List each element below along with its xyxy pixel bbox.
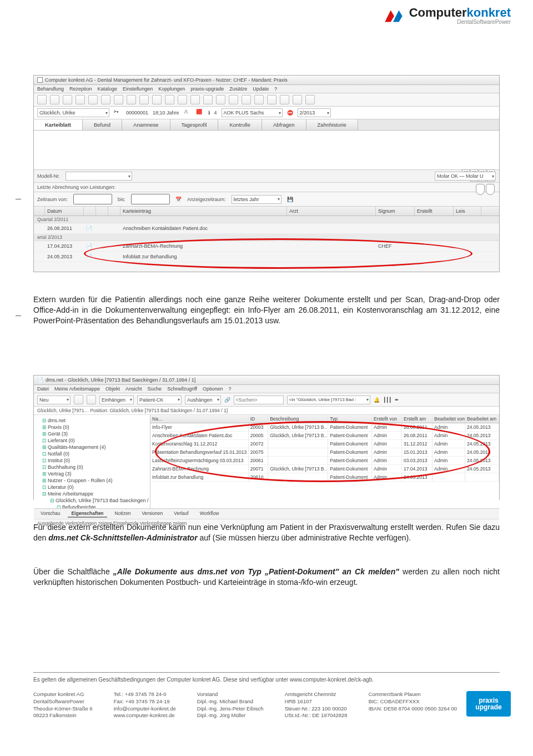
menu-item[interactable]: ? [229,386,232,392]
bell-icon[interactable]: 🔔 [374,397,380,403]
toolbar-icon[interactable] [178,95,187,104]
list-col-header[interactable]: ID [249,415,268,423]
menu-item[interactable]: Kataloge [98,86,118,92]
tree-item[interactable]: ⊞Qualitäts-Management (4) [42,444,147,450]
search-scope-combo[interactable]: <in "Glücklich, Ulrike [79713 Bad : [287,395,370,404]
detail-tab[interactable]: Versionen [138,510,166,518]
menu-item[interactable]: Behandlung [37,86,64,92]
menu-item[interactable]: Objekt [105,386,120,392]
toolbar-icon[interactable] [114,95,123,104]
list-col-header[interactable]: Na… [150,415,249,423]
toolbar-icon[interactable] [242,95,251,104]
toolbar-icon[interactable] [101,95,110,104]
table-row[interactable]: 24.05.2013📄Infoblatt zur Behandlung [34,252,499,262]
detail-tab[interactable]: Eigenschaften [68,510,107,518]
menu-item[interactable]: Ansicht [125,386,142,392]
detail-tab[interactable]: Notizen [112,510,134,518]
grid-col-header[interactable] [34,207,45,216]
folder-tree[interactable]: ⊟dms.net⊞Praxis (0)⊞Gerät (3)⊡Lieferant … [34,415,150,508]
period-combo[interactable]: 2/2013 [298,108,331,117]
detail-tab[interactable]: Verlauf [170,510,192,518]
tree-item[interactable]: ⊡Institut (0) [42,457,147,464]
toolbar-icon[interactable] [88,95,98,104]
calendar-icon[interactable]: 📅 [175,197,182,202]
menu-item[interactable]: Kopplungen [158,86,185,92]
toolbar-icon[interactable] [76,95,85,104]
barcode-icon[interactable]: ┃┃┃ [383,397,391,403]
signature-icon[interactable]: ✒ [395,397,399,403]
zeitraum-von-input[interactable] [73,194,112,204]
list-col-header[interactable]: Bearbeitet am [465,415,499,423]
tab-abfragen[interactable]: Abfragen [262,119,306,130]
menu-item[interactable]: Rezeption [69,86,92,92]
tree-item[interactable]: ⊞Gerät (3) [42,430,147,437]
list-item[interactable]: Präsentation Behandlungsverlauf 15.01.20… [150,448,499,457]
menu-item[interactable]: Update [253,86,269,92]
insurance-combo[interactable]: AOK PLUS Sachs [222,108,283,117]
grid-col-header[interactable] [84,207,96,216]
tab-zahnhistorie[interactable]: Zahnhistorie [306,119,358,130]
detail-tab[interactable]: Workflow [197,510,223,518]
toolbar-icon[interactable] [305,95,315,104]
list-item[interactable]: Infoblatt zur Behandlung20610Patient-Dok… [150,473,499,482]
grid-col-header[interactable]: Signum [376,207,415,216]
context-combo[interactable]: Patient-CK [137,395,182,404]
search-input[interactable] [234,395,284,404]
toolbar-icon[interactable] [280,95,289,104]
toolbar-icon[interactable] [203,95,213,104]
menu-item[interactable]: Schnellzugriff [167,386,197,392]
molar-combo[interactable]: Molar OK — Molar U [435,172,496,181]
patient-name-combo[interactable]: Glücklich, Ulrike [37,108,109,117]
list-col-header[interactable]: Erstellt von [372,415,402,423]
save-icon[interactable]: 💾 [287,197,293,202]
detail-tab[interactable]: Vorschau [37,510,63,518]
tab-befund[interactable]: Befund [83,119,122,130]
list-col-header[interactable]: Erstellt am [402,415,433,423]
anzeige-combo[interactable]: letztes Jahr [232,195,281,204]
list-item[interactable]: Info-Flyer20003Glücklich, Ulrike [79713 … [150,423,499,432]
toolbar-icon[interactable] [37,95,47,104]
toolbar-icon[interactable] [74,395,83,404]
einhaengen-button[interactable]: Einhängen [99,395,134,404]
grid-col-header[interactable]: Erstellt [415,207,454,216]
menu-item[interactable]: Einstellungen [123,86,153,92]
tree-item[interactable]: ⊟Glücklich, Ulrike [79713 Bad Saeckingen… [49,497,147,504]
tree-item[interactable]: ⊡Befundberichte [56,504,147,508]
toolbar-icon[interactable] [216,95,225,104]
table-row[interactable]: 17.04.2013📄Zahnarzt-BEMA-RechnungCHEF [34,241,499,252]
grid-col-header[interactable] [96,207,108,216]
menu-item[interactable]: Suche [148,386,162,392]
menu-item[interactable]: Zusätze [229,86,247,92]
tree-item[interactable]: ⊟Meine Arbeitsmappe [42,490,147,497]
tree-item[interactable]: ⊞Vertrag (3) [42,470,147,477]
toolbar-icon[interactable] [229,95,238,104]
grid-col-header[interactable]: Arzt [287,207,376,216]
menu-item[interactable]: Optionen [203,386,223,392]
toolbar-icon[interactable] [127,95,136,104]
modell-combo[interactable] [66,172,132,181]
toolbar-icon[interactable] [190,95,200,104]
tab-anamnese[interactable]: Anamnese [122,119,170,130]
toolbar-icon[interactable] [267,95,276,104]
tree-item[interactable]: ⊡Lieferant (0) [42,437,147,444]
toolbar-icon[interactable] [293,95,302,104]
table-row[interactable]: 26.08.2011📄Anschreiben Kontaktdaten Pati… [34,223,499,234]
toolbar-icon[interactable] [254,95,264,104]
grid-col-header[interactable] [108,207,120,216]
aushaengen-button[interactable]: Aushängen [185,395,221,404]
new-button[interactable]: Neu [37,395,71,404]
tree-item[interactable]: ⊟dms.net [42,417,147,424]
toolbar-icon[interactable] [165,95,174,104]
list-col-header[interactable]: Beschreibung [268,415,328,423]
menu-item[interactable]: praxis-upgrade [190,86,224,92]
tree-item[interactable]: ⊡Buchhaltung (0) [42,464,147,470]
grid-col-header[interactable]: Karteieintrag [120,207,287,216]
toolbar-icon[interactable] [152,95,162,104]
menu-item[interactable]: Datei [37,386,49,392]
tab-kontrolle[interactable]: Kontrolle [218,119,262,130]
list-col-header[interactable]: Bearbeitet von [433,415,465,423]
list-item[interactable]: Lastschrifteinzugsermächtigung 03.03.201… [150,457,499,465]
toolbar-icon[interactable] [87,395,96,404]
menu-item[interactable]: ? [274,86,277,92]
toolbar-icon[interactable] [63,95,72,104]
